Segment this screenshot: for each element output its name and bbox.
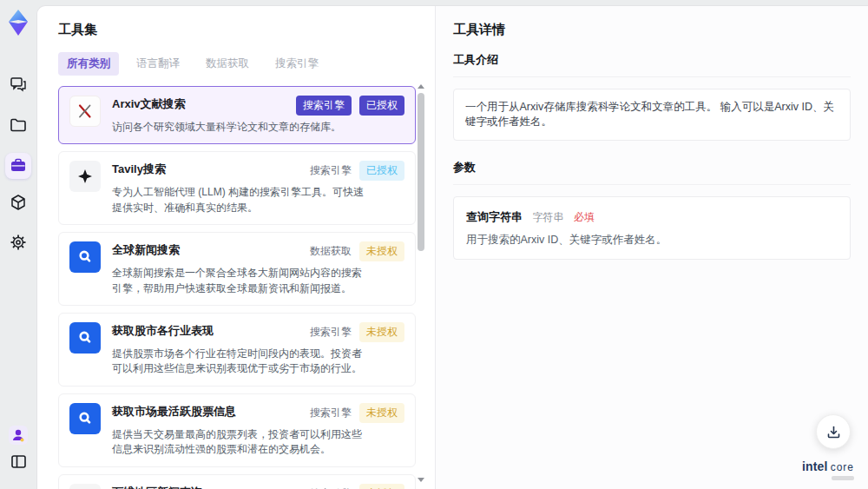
parameter-card: 查询字符串 字符串 必填 用于搜索的Arxiv ID、关键字或作者姓名。 — [453, 196, 851, 260]
scroll-up-arrow[interactable] — [418, 84, 424, 89]
category-label: 搜索引擎 — [310, 486, 352, 489]
arxiv-icon — [69, 96, 101, 127]
category-tabs: 所有类别 语言翻译 数据获取 搜索引擎 — [58, 52, 435, 76]
search-icon — [69, 322, 101, 354]
scroll-down-arrow[interactable] — [418, 478, 424, 482]
user-icon[interactable] — [9, 426, 28, 445]
auth-status-badge: 未授权 — [359, 484, 404, 489]
tool-name: Tavily搜索 — [112, 161, 303, 177]
category-label: 搜索引擎 — [310, 325, 352, 340]
category-label: 搜索引擎 — [310, 163, 352, 178]
category-label: 搜索引擎 — [310, 406, 352, 420]
tool-description: 提供股票市场各个行业在特定时间段内的表现。投资者可以利用这些信息来识别表现优于或… — [112, 347, 368, 377]
category-label: 数据获取 — [310, 244, 352, 259]
tool-card-global-news[interactable]: 全球新闻搜索 数据获取 未授权 全球新闻搜索是一个聚合全球各大新闻网站内容的搜索… — [58, 232, 416, 306]
tool-name: 万维地区新闻查询 — [112, 484, 303, 489]
panel-toggle-icon[interactable] — [9, 452, 28, 471]
cube-icon[interactable] — [9, 193, 28, 212]
tab-search-engine[interactable]: 搜索引擎 — [266, 52, 327, 76]
auth-status-badge: 未授权 — [359, 403, 404, 423]
scrollbar-thumb[interactable] — [418, 93, 424, 251]
tool-detail-pane: 工具详情 工具介绍 一个用于从Arxiv存储库搜索科学论文和文章的工具。 输入可… — [435, 6, 868, 489]
tab-data-fetch[interactable]: 数据获取 — [197, 52, 258, 76]
category-badge: 搜索引擎 — [296, 96, 352, 116]
brand-intel: intel — [802, 459, 828, 473]
tool-name: 获取市场最活跃股票信息 — [112, 403, 303, 420]
folder-icon[interactable] — [9, 116, 28, 135]
tool-description: 提供当天交易量最高的股票列表，投资者可以利用这些信息来识别流动性强的股票和潜在的… — [112, 427, 368, 458]
tool-card-active-stocks[interactable]: 获取市场最活跃股票信息 搜索引擎 未授权 提供当天交易量最高的股票列表，投资者可… — [58, 393, 416, 467]
tool-name: Arxiv文献搜索 — [112, 96, 289, 112]
sidebar-rail — [0, 0, 36, 489]
newspaper-icon — [69, 484, 101, 489]
param-name: 查询字符串 — [466, 210, 523, 223]
search-icon — [69, 241, 101, 273]
app-logo — [6, 9, 30, 36]
intro-heading: 工具介绍 — [453, 52, 851, 77]
param-required-flag: 必填 — [574, 211, 595, 223]
brand-core: core — [831, 461, 854, 473]
tool-intro-text: 一个用于从Arxiv存储库搜索科学论文和文章的工具。 输入可以是Arxiv ID… — [453, 89, 851, 141]
tool-list-pane: 工具集 所有类别 语言翻译 数据获取 搜索引擎 Arxiv文献搜索 — [37, 6, 435, 489]
search-icon — [69, 403, 101, 434]
tool-description: 全球新闻搜索是一个聚合全球各大新闻网站内容的搜索引擎，帮助用户快速获取全球最新资… — [112, 266, 368, 296]
tool-card-regional-news[interactable]: 万维地区新闻查询 搜索引擎 未授权 查询具体行政区划内的新闻，快速了解各地新闻动 — [58, 474, 416, 489]
tool-name: 获取股市各行业表现 — [112, 322, 303, 339]
tool-description: 访问各个研究领域大量科学论文和文章的存储库。 — [112, 120, 368, 135]
intel-core-logo: intelcore — [802, 459, 854, 480]
tool-name: 全球新闻搜索 — [112, 241, 303, 258]
sparkle-icon — [69, 161, 101, 192]
auth-status-badge: 未授权 — [359, 322, 404, 342]
tool-card-tavily[interactable]: Tavily搜索 搜索引擎 已授权 专为人工智能代理 (LLM) 构建的搜索引擎… — [58, 151, 416, 225]
chat-icon[interactable] — [9, 75, 28, 94]
list-scrollbar[interactable] — [417, 83, 425, 484]
main-surface: 工具集 所有类别 语言翻译 数据获取 搜索引擎 Arxiv文献搜索 — [36, 5, 868, 489]
tab-language-translation[interactable]: 语言翻译 — [128, 52, 188, 76]
download-icon — [826, 425, 841, 439]
tool-description: 专为人工智能代理 (LLM) 构建的搜索引擎工具。可快速提供实时、准确和真实的结… — [112, 185, 368, 215]
auth-status-badge: 已授权 — [359, 161, 404, 181]
tool-card-arxiv[interactable]: Arxiv文献搜索 搜索引擎 已授权 访问各个研究领域大量科学论文和文章的存储库… — [58, 86, 416, 144]
auth-status-badge: 已授权 — [359, 96, 404, 116]
tool-list: Arxiv文献搜索 搜索引擎 已授权 访问各个研究领域大量科学论文和文章的存储库… — [58, 86, 416, 489]
param-description: 用于搜索的Arxiv ID、关键字或作者姓名。 — [466, 233, 838, 248]
briefcase-icon-tools-active[interactable] — [5, 153, 31, 179]
brand-badge — [832, 476, 854, 480]
auth-status-badge: 未授权 — [359, 241, 404, 261]
download-button[interactable] — [816, 414, 851, 449]
tool-card-stock-sectors[interactable]: 获取股市各行业表现 搜索引擎 未授权 提供股票市场各个行业在特定时间段内的表现。… — [58, 313, 416, 387]
page-title: 工具集 — [58, 22, 435, 38]
param-type: 字符串 — [532, 211, 563, 223]
params-heading: 参数 — [453, 160, 851, 185]
detail-title: 工具详情 — [453, 22, 851, 38]
tab-all-categories[interactable]: 所有类别 — [58, 52, 119, 76]
gear-icon[interactable] — [9, 233, 28, 252]
